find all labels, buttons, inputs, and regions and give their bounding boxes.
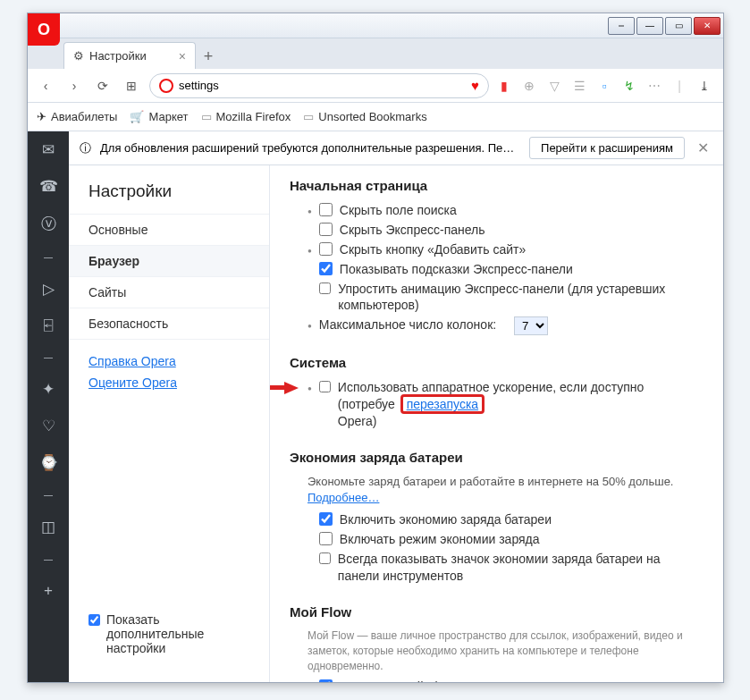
section-battery: Экономия заряда батареи Экономьте заряд …: [290, 450, 704, 585]
banner-message: Для обновления расширений требуются допо…: [100, 141, 520, 155]
browser-window: O ⎼ — ▭ ✕ ⚙ Настройки × + ‹ › ⟳ ⊞ ♥ ▮ ⊕ …: [27, 13, 724, 683]
ext-icon-1[interactable]: ▮: [496, 78, 512, 94]
cart-icon: 🛒: [130, 110, 144, 123]
simplify-anim-checkbox[interactable]: [319, 282, 331, 295]
bullet-icon: ●: [308, 247, 312, 257]
opera-logo[interactable]: O: [28, 13, 60, 46]
play-icon[interactable]: ▷: [43, 280, 55, 299]
panel-icon[interactable]: ◫: [41, 518, 55, 536]
folder-icon: ▭: [303, 110, 314, 123]
camera-icon[interactable]: ⍇: [44, 316, 53, 334]
history-icon[interactable]: ⌚: [39, 453, 58, 472]
max-columns-select[interactable]: 7: [514, 316, 548, 335]
url-input[interactable]: [179, 79, 466, 92]
settings-content: ⓘ Для обновления расширений требуются до…: [69, 131, 723, 682]
battery-more-link[interactable]: Подробнее…: [308, 491, 379, 504]
heart-icon[interactable]: ♡: [42, 417, 55, 435]
ext-icon-4[interactable]: ☰: [571, 78, 587, 94]
rate-link[interactable]: Оцените Opera: [88, 375, 249, 390]
settings-nav: Настройки Основные Браузер Сайты Безопас…: [69, 165, 270, 682]
section-title: Экономия заряда батареи: [290, 450, 704, 465]
settings-main: Начальная страница ●Скрыть поле поиска ●…: [270, 165, 723, 682]
sidebar-sep: —: [44, 490, 53, 500]
window-close-button[interactable]: ✕: [694, 17, 721, 35]
bookmark-heart-icon[interactable]: ♥: [471, 78, 479, 93]
star-icon[interactable]: ✦: [42, 380, 55, 399]
extension-icons: ▮ ⊕ ▽ ☰ ▫ ↯ ⋯ | ⤓: [496, 78, 716, 94]
section-title: Начальная страница: [290, 178, 704, 193]
extension-banner: ⓘ Для обновления расширений требуются до…: [69, 131, 723, 165]
messenger-icon[interactable]: ✉: [42, 140, 55, 159]
bullet-icon: ●: [308, 322, 312, 332]
nav-security[interactable]: Безопасность: [69, 308, 269, 339]
nav-sites[interactable]: Сайты: [69, 276, 269, 308]
back-button[interactable]: ‹: [35, 75, 56, 97]
hide-speeddial-checkbox[interactable]: [319, 223, 333, 236]
ext-icon-6[interactable]: ↯: [621, 78, 637, 94]
window-body: ✉ ☎ ⓥ — ▷ ⍇ — ✦ ♡ ⌚ — ◫ — + ⓘ Для обновл…: [28, 131, 723, 682]
vk-icon[interactable]: ⓥ: [41, 214, 56, 234]
sidebar-sep: —: [44, 352, 53, 362]
reload-button[interactable]: ⟳: [92, 75, 114, 97]
new-tab-button[interactable]: +: [196, 44, 221, 69]
ext-separator: |: [671, 78, 687, 94]
restart-highlight: перезапуска: [400, 394, 485, 414]
bookmark-unsorted[interactable]: ▭Unsorted Bookmarks: [303, 110, 426, 123]
window-maximize-button[interactable]: ▭: [665, 17, 692, 35]
show-advanced-input[interactable]: [88, 613, 100, 627]
bookmark-flights[interactable]: ✈Авиабилеты: [37, 110, 117, 123]
ext-icon-5[interactable]: ▫: [596, 78, 612, 94]
ext-icon-2[interactable]: ⊕: [521, 78, 537, 94]
nav-browser[interactable]: Браузер: [69, 245, 269, 276]
tab-strip: ⚙ Настройки × +: [28, 38, 723, 69]
speeddial-button[interactable]: ⊞: [121, 75, 142, 97]
ext-icon-3[interactable]: ▽: [546, 78, 562, 94]
section-title: Мой Flow: [290, 604, 704, 620]
gear-icon: ⚙: [73, 49, 84, 63]
battery-saver-checkbox[interactable]: [319, 512, 333, 526]
sidebar-sep: —: [44, 252, 53, 262]
messenger-sidebar: ✉ ☎ ⓥ — ▷ ⍇ — ✦ ♡ ⌚ — ◫ — +: [28, 131, 69, 682]
window-minimize-button[interactable]: —: [636, 17, 663, 35]
section-system: Система ● Использовать аппаратное ускоре…: [290, 355, 704, 430]
url-bar[interactable]: ♥: [149, 73, 489, 98]
sidebar-sep: —: [44, 554, 53, 564]
flow-checkbox[interactable]: [319, 679, 333, 682]
nav-toolbar: ‹ › ⟳ ⊞ ♥ ▮ ⊕ ▽ ☰ ▫ ↯ ⋯ | ⤓: [28, 69, 723, 103]
plane-icon: ✈: [37, 110, 46, 123]
section-startpage: Начальная страница ●Скрыть поле поиска ●…: [290, 178, 704, 335]
goto-extensions-button[interactable]: Перейти к расширениям: [529, 137, 685, 159]
forward-button[interactable]: ›: [63, 75, 85, 97]
banner-close-button[interactable]: ✕: [694, 139, 712, 156]
info-icon: ⓘ: [80, 140, 91, 156]
bookmark-market[interactable]: 🛒Маркет: [130, 110, 188, 123]
tab-title: Настройки: [89, 49, 147, 63]
hide-addsite-checkbox[interactable]: [319, 242, 333, 256]
ext-icon-7[interactable]: ⋯: [646, 78, 662, 94]
bookmark-firefox[interactable]: ▭Mozilla Firefox: [201, 110, 291, 123]
tab-close-button[interactable]: ×: [179, 49, 186, 63]
hw-accel-checkbox[interactable]: [319, 380, 331, 393]
show-tips-checkbox[interactable]: [319, 262, 333, 275]
tab-settings[interactable]: ⚙ Настройки ×: [63, 42, 196, 69]
show-advanced-checkbox[interactable]: Показать дополнительные настройки: [88, 612, 249, 655]
download-icon[interactable]: ⤓: [696, 78, 712, 94]
battery-icon-checkbox[interactable]: [319, 552, 331, 565]
whatsapp-icon[interactable]: ☎: [39, 177, 58, 196]
window-sidemin-button[interactable]: ⎼: [608, 17, 635, 35]
bullet-icon: ●: [308, 384, 312, 394]
battery-mode-checkbox[interactable]: [319, 532, 333, 545]
add-icon[interactable]: +: [44, 582, 53, 600]
restart-link[interactable]: перезапуска: [407, 397, 478, 411]
help-link[interactable]: Справка Opera: [88, 354, 249, 368]
opera-url-icon: [159, 79, 173, 93]
folder-icon: ▭: [201, 110, 212, 123]
help-links: Справка Opera Оцените Opera: [69, 339, 269, 411]
nav-basic[interactable]: Основные: [69, 214, 269, 245]
settings-title: Настройки: [69, 181, 269, 214]
show-advanced-label: Показать дополнительные настройки: [106, 612, 249, 655]
bookmarks-bar: ✈Авиабилеты 🛒Маркет ▭Mozilla Firefox ▭Un…: [28, 103, 723, 131]
hide-search-checkbox[interactable]: [319, 203, 333, 216]
section-flow: Мой Flow Мой Flow — ваше личное простран…: [290, 604, 704, 682]
section-title: Система: [290, 355, 704, 370]
